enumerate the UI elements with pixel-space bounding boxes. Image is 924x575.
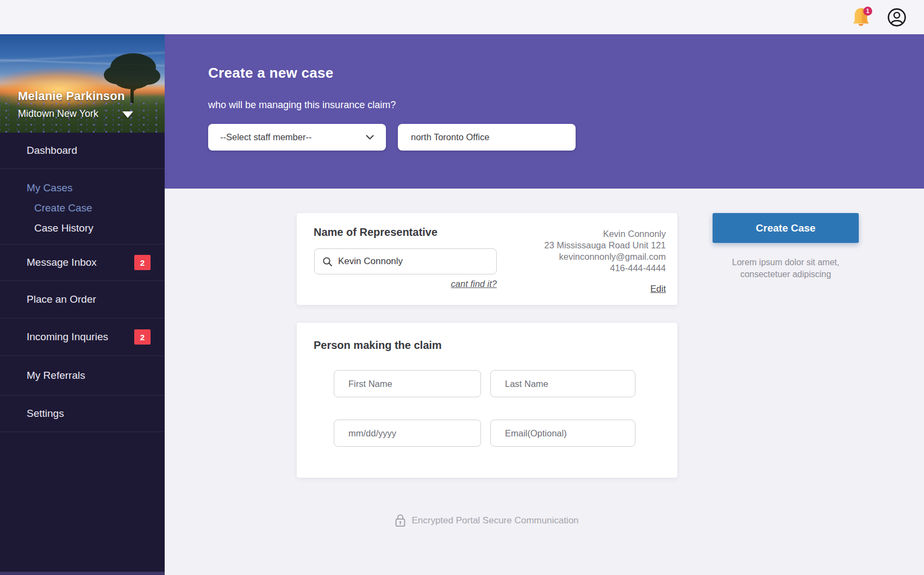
page-title: Create a new case [208,65,334,82]
sidebar-item-my-cases[interactable]: My Cases [27,182,151,194]
staff-select-value: --Select staff member-- [220,132,311,142]
sidebar-item-label: Place an Order [27,293,96,305]
representative-address: 23 Mississauga Road Unit 121 [544,240,666,251]
email-input[interactable] [490,420,635,447]
claim-heading: Person making the claim [314,339,442,352]
representative-email: kevinconnonly@gmail.com [544,251,666,262]
incoming-inquries-badge: 2 [134,329,151,345]
representative-heading: Name of Representative [314,226,438,239]
sidebar-section-my-cases: My Cases Create Case Case History [0,169,165,245]
create-case-hero: Create a new case who will be managing t… [165,34,924,189]
create-case-description: Lorem ipsum dolor sit amet, consectetuer… [713,257,859,280]
hero-subtitle: who will be managing this insurance clai… [208,99,396,111]
sidebar-item-place-an-order[interactable]: Place an Order [0,281,165,318]
notification-count: 1 [866,8,870,14]
representative-phone: 416-444-4444 [544,262,666,274]
sidebar-item-label: Incoming Inquries [27,331,108,343]
sidebar-item-my-referrals[interactable]: My Referrals [0,356,165,396]
claim-card: Person making the claim [297,323,677,478]
representative-card: Name of Representative cant find it? Kev… [297,213,677,305]
staff-member-select[interactable]: --Select staff member-- [208,124,386,151]
description-line-1: Lorem ipsum dolor sit amet, [713,257,859,268]
location-caret-icon [122,111,133,118]
lock-icon [395,514,405,527]
sidebar-item-message-inbox[interactable]: Message Inbox 2 [0,245,165,281]
message-inbox-badge: 2 [134,255,151,270]
representative-name: Kevin Connonly [544,228,666,240]
sidebar-item-case-history[interactable]: Case History [27,222,151,234]
chevron-down-icon [366,135,374,140]
sidebar-item-dashboard[interactable]: Dashboard [0,133,165,169]
top-bar: 1 [0,0,924,34]
search-icon [322,257,333,267]
description-line-2: consectetuer adipiscing [713,268,859,280]
representative-search-input[interactable] [338,256,489,267]
sidebar-nav: Dashboard My Cases Create Case Case Hist… [0,133,165,432]
sidebar-item-create-case[interactable]: Create Case [27,202,151,214]
create-case-button[interactable]: Create Case [713,213,859,243]
location-selector[interactable]: Midtown New York [18,108,133,120]
main-content: Name of Representative cant find it? Kev… [165,189,924,575]
sidebar-item-incoming-inquries[interactable]: Incoming Inquries 2 [0,318,165,356]
office-input[interactable] [398,124,576,151]
profile-location: Midtown New York [18,108,98,120]
user-avatar-icon[interactable] [887,8,907,27]
notification-bell-icon[interactable]: 1 [851,6,871,29]
sidebar: Melanie Parkinson Midtown New York Dashb… [0,34,165,575]
date-of-birth-input[interactable] [334,420,481,447]
sidebar-bottom-strip [0,572,165,575]
cant-find-it-link[interactable]: cant find it? [314,279,497,289]
secure-communication-text: Encrypted Portal Secure Communication [411,515,578,526]
edit-link[interactable]: Edit [651,283,666,295]
profile-photo: Melanie Parkinson Midtown New York [0,34,165,133]
first-name-input[interactable] [334,370,481,397]
sidebar-item-label: Settings [27,408,64,420]
sidebar-item-settings[interactable]: Settings [0,396,165,432]
secure-communication-footer: Encrypted Portal Secure Communication [297,514,677,527]
sidebar-item-label: My Referrals [27,370,85,382]
representative-info: Kevin Connonly 23 Mississauga Road Unit … [544,228,666,295]
sidebar-item-label: Message Inbox [27,257,97,268]
sidebar-item-label: Dashboard [27,145,77,157]
last-name-input[interactable] [490,370,635,397]
representative-search [314,248,497,274]
profile-name: Melanie Parkinson [18,89,133,103]
